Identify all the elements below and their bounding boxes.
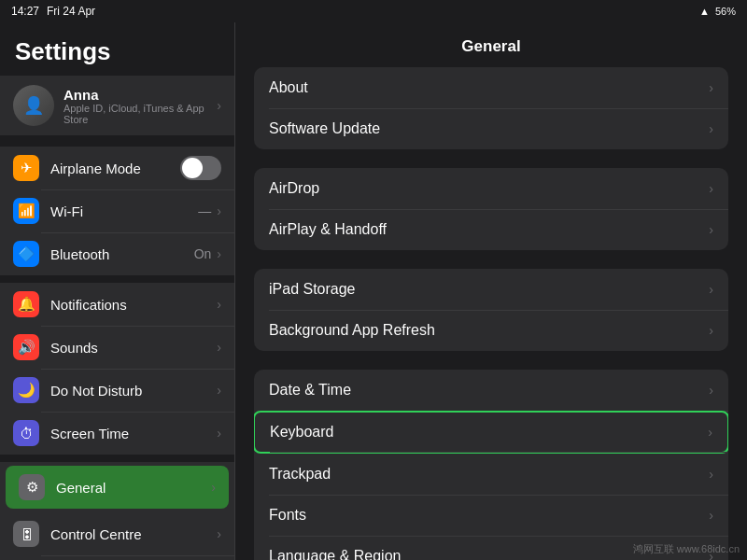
sidebar-item-display[interactable]: ☀ Display & Brightness › — [0, 555, 234, 560]
airdrop-chevron: › — [709, 181, 713, 196]
content-title: General — [254, 22, 728, 67]
wifi-label: Wi-Fi — [50, 203, 198, 219]
content-section-keyboard: Date & Time › Keyboard › Trackpad › Font… — [254, 370, 728, 560]
sidebar-item-notifications[interactable]: 🔔 Notifications › — [0, 283, 234, 326]
status-time: 14:27 — [11, 5, 39, 18]
sidebar-item-sounds[interactable]: 🔊 Sounds › — [0, 326, 234, 369]
sidebar-section-connectivity: ✈ Airplane Mode 📶 Wi-Fi — › 🔷 Bluetooth … — [0, 147, 234, 275]
wifi-icon: ▲ — [699, 6, 710, 17]
sidebar-item-screentime[interactable]: ⏱ Screen Time › — [0, 412, 234, 455]
content-row-keyboard[interactable]: Keyboard › — [254, 411, 728, 454]
user-info: Anna Apple ID, iCloud, iTunes & App Stor… — [63, 87, 217, 125]
status-date: Fri 24 Apr — [47, 5, 95, 18]
content-row-trackpad[interactable]: Trackpad › — [254, 454, 728, 495]
sidebar-item-controlcentre[interactable]: 🎛 Control Centre › — [0, 512, 234, 555]
content-row-backgroundrefresh[interactable]: Background App Refresh › — [254, 310, 728, 351]
sidebar-item-general[interactable]: ⚙ General › — [6, 466, 229, 509]
sounds-chevron: › — [217, 340, 221, 355]
bluetooth-chevron: › — [217, 246, 221, 261]
wifi-icon: 📶 — [13, 198, 39, 224]
about-label: About — [269, 79, 709, 96]
main-layout: Settings 👤 Anna Apple ID, iCloud, iTunes… — [0, 22, 747, 560]
content-row-ipadstorage[interactable]: iPad Storage › — [254, 269, 728, 310]
user-name: Anna — [63, 87, 217, 103]
sidebar-item-donotdisturb[interactable]: 🌙 Do Not Disturb › — [0, 369, 234, 412]
status-bar: 14:27 Fri 24 Apr ▲ 56% — [0, 0, 747, 22]
sidebar-title: Settings — [0, 22, 234, 76]
backgroundrefresh-label: Background App Refresh — [269, 322, 709, 339]
datetime-label: Date & Time — [269, 382, 709, 399]
fonts-label: Fonts — [269, 507, 709, 524]
controlcentre-chevron: › — [217, 526, 221, 541]
status-bar-right: ▲ 56% — [699, 6, 736, 17]
sidebar-item-airplane[interactable]: ✈ Airplane Mode — [0, 147, 234, 189]
bluetooth-label: Bluetooth — [50, 246, 194, 262]
avatar: 👤 — [13, 85, 54, 126]
ipadstorage-label: iPad Storage — [269, 281, 709, 298]
sounds-label: Sounds — [50, 340, 217, 356]
airplane-label: Airplane Mode — [50, 161, 180, 176]
content-section-airdrop: AirDrop › AirPlay & Handoff › — [254, 168, 728, 250]
user-profile[interactable]: 👤 Anna Apple ID, iCloud, iTunes & App St… — [0, 76, 234, 135]
wifi-chevron: › — [217, 203, 221, 218]
content-row-airplay[interactable]: AirPlay & Handoff › — [254, 209, 728, 250]
battery-status: 56% — [715, 6, 736, 17]
trackpad-label: Trackpad — [269, 466, 709, 483]
controlcentre-label: Control Centre — [50, 526, 217, 542]
wifi-value: — — [198, 203, 211, 218]
content-area: General About › Software Update › AirDro… — [235, 22, 747, 560]
trackpad-chevron: › — [709, 467, 713, 482]
sounds-icon: 🔊 — [13, 334, 39, 360]
watermark: 鸿网互联 www.68idc.cn — [633, 542, 740, 556]
general-label: General — [56, 480, 211, 496]
content-row-datetime[interactable]: Date & Time › — [254, 370, 728, 411]
sidebar-item-wifi[interactable]: 📶 Wi-Fi — › — [0, 189, 234, 232]
about-chevron: › — [709, 80, 713, 95]
keyboard-label: Keyboard — [270, 424, 708, 441]
general-icon: ⚙ — [19, 474, 45, 500]
content-row-softwareupdate[interactable]: Software Update › — [254, 108, 728, 149]
user-chevron: › — [217, 98, 221, 113]
bluetooth-icon: 🔷 — [13, 241, 39, 267]
controlcentre-icon: 🎛 — [13, 521, 39, 547]
screentime-icon: ⏱ — [13, 420, 39, 446]
airplay-label: AirPlay & Handoff — [269, 221, 709, 238]
fonts-chevron: › — [709, 508, 713, 523]
sidebar: Settings 👤 Anna Apple ID, iCloud, iTunes… — [0, 22, 235, 560]
airplane-icon: ✈ — [13, 155, 39, 181]
softwareupdate-chevron: › — [709, 121, 713, 136]
sidebar-section-notifications: 🔔 Notifications › 🔊 Sounds › 🌙 Do Not Di… — [0, 283, 234, 455]
airdrop-label: AirDrop — [269, 180, 709, 197]
content-row-airdrop[interactable]: AirDrop › — [254, 168, 728, 209]
datetime-chevron: › — [709, 383, 713, 398]
softwareupdate-label: Software Update — [269, 120, 709, 137]
sidebar-section-general: ⚙ General › 🎛 Control Centre › ☀ Display… — [0, 462, 234, 560]
screentime-label: Screen Time — [50, 426, 217, 441]
keyboard-chevron: › — [708, 425, 712, 440]
notifications-chevron: › — [217, 297, 221, 312]
screentime-chevron: › — [217, 426, 221, 441]
content-section-storage: iPad Storage › Background App Refresh › — [254, 269, 728, 351]
donotdisturb-label: Do Not Disturb — [50, 383, 217, 399]
airplay-chevron: › — [709, 222, 713, 237]
user-sub: Apple ID, iCloud, iTunes & App Store — [63, 103, 217, 125]
status-bar-left: 14:27 Fri 24 Apr — [11, 5, 95, 18]
general-chevron: › — [211, 480, 216, 495]
content-row-fonts[interactable]: Fonts › — [254, 495, 728, 536]
airplane-toggle[interactable] — [180, 156, 221, 180]
notifications-label: Notifications — [50, 297, 217, 313]
bluetooth-value: On — [194, 246, 212, 261]
content-row-about[interactable]: About › — [254, 67, 728, 108]
donotdisturb-chevron: › — [217, 383, 221, 398]
ipadstorage-chevron: › — [709, 282, 713, 297]
content-section-about: About › Software Update › — [254, 67, 728, 149]
backgroundrefresh-chevron: › — [709, 323, 713, 338]
notifications-icon: 🔔 — [13, 291, 39, 317]
sidebar-item-bluetooth[interactable]: 🔷 Bluetooth On › — [0, 232, 234, 275]
donotdisturb-icon: 🌙 — [13, 377, 39, 403]
